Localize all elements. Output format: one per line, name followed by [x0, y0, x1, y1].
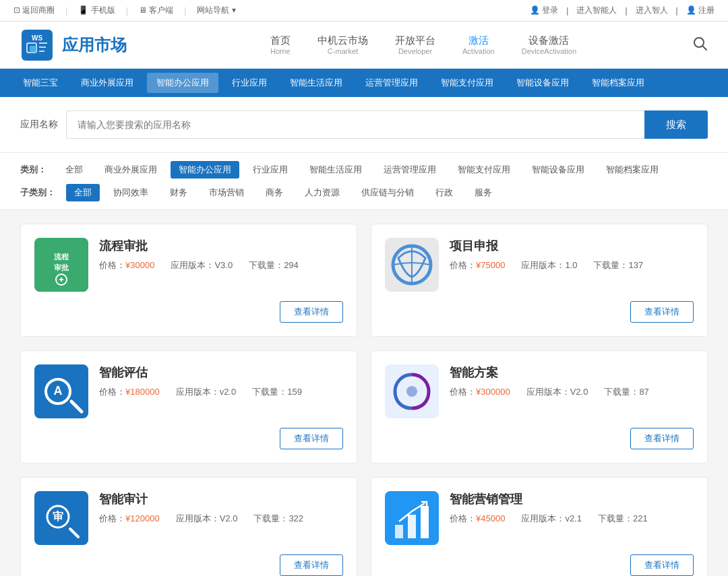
- detail-button-4[interactable]: 查看详情: [280, 554, 343, 576]
- app-price-label-0: 价格：¥30000: [99, 259, 154, 271]
- search-icon-btn[interactable]: [693, 36, 708, 53]
- search-label: 应用名称: [20, 119, 58, 131]
- app-version-0: 应用版本：V3.0: [171, 259, 233, 271]
- nav-device-activation[interactable]: 设备激活 DeviceActivation: [522, 34, 576, 55]
- cat-nav-item-1[interactable]: 商业外展应用: [71, 73, 143, 93]
- search-button[interactable]: 搜索: [644, 110, 708, 139]
- nav-cmarket[interactable]: 中机云市场 C-market: [317, 34, 368, 55]
- cat-filter-7[interactable]: 智能设备应用: [524, 161, 593, 179]
- cat-nav-item-0[interactable]: 智能三宝: [13, 73, 67, 93]
- app-icon-0: 流程 审批: [34, 238, 88, 292]
- logo-icon: WS: [20, 28, 54, 62]
- cat-nav-item-8[interactable]: 智能档案应用: [582, 73, 654, 93]
- cat-filter-4[interactable]: 智能生活应用: [301, 161, 370, 179]
- filter-area: 类别： 全部 商业外展应用 智能办公应用 行业应用 智能生活应用 运营管理应用 …: [0, 153, 728, 210]
- back-home-link[interactable]: ⊡ 返回商圈: [13, 5, 55, 16]
- sub-filter-6[interactable]: 供应链与分销: [353, 184, 422, 201]
- cat-nav-item-5[interactable]: 运营管理应用: [356, 73, 427, 93]
- app-price-label-1: 价格：¥75000: [450, 259, 505, 271]
- app-info-0: 流程审批 价格：¥30000 应用版本：V3.0 下载量：294: [99, 238, 343, 271]
- svg-rect-3: [30, 46, 36, 53]
- login-link[interactable]: 👤 登录: [530, 5, 558, 16]
- cat-nav-item-3[interactable]: 行业应用: [222, 73, 276, 93]
- cat-filter-8[interactable]: 智能档案应用: [598, 161, 667, 179]
- cat-filter-0[interactable]: 全部: [57, 161, 91, 179]
- app-info-3: 智能方案 价格：¥300000 应用版本：V2.0 下载量：87: [450, 364, 694, 398]
- app-icon-4: 审: [34, 491, 88, 545]
- detail-button-0[interactable]: 查看详情: [280, 301, 343, 323]
- svg-point-22: [406, 386, 417, 397]
- app-version-3: 应用版本：V2.0: [526, 386, 588, 398]
- app-price-label-3: 价格：¥300000: [450, 386, 510, 398]
- enter-ai-person-link[interactable]: 进入智能人: [576, 5, 617, 16]
- search-input[interactable]: [66, 110, 644, 139]
- sub-filter-label: 子类别：: [20, 187, 55, 199]
- sub-filter-2[interactable]: 财务: [162, 184, 195, 201]
- cat-filter-5[interactable]: 运营管理应用: [375, 161, 444, 179]
- mobile-icon: 📱: [78, 5, 88, 15]
- app-downloads-3: 下载量：87: [604, 386, 648, 398]
- app-icon-5: [385, 491, 439, 545]
- app-name-4: 智能审计: [99, 491, 343, 507]
- app-card-top-1: 项目申报 价格：¥75000 应用版本：1.0 下载量：137: [385, 238, 694, 292]
- site-nav-link[interactable]: 网站导航 ▾: [197, 5, 235, 16]
- app-card-1: 项目申报 价格：¥75000 应用版本：1.0 下载量：137 查看详情: [371, 224, 708, 337]
- sub-filter-4[interactable]: 商务: [257, 184, 291, 201]
- app-name-2: 智能评估: [99, 364, 343, 381]
- cat-filter-2[interactable]: 智能办公应用: [171, 161, 239, 179]
- app-meta-4: 价格：¥120000 应用版本：V2.0 下载量：322: [99, 513, 343, 525]
- sub-filter-1[interactable]: 协同效率: [105, 184, 156, 201]
- sub-filter-8[interactable]: 服务: [466, 184, 500, 201]
- register-link[interactable]: 👤 注册: [686, 5, 715, 16]
- app-version-4: 应用版本：V2.0: [176, 513, 238, 525]
- cat-nav-item-6[interactable]: 智能支付应用: [431, 73, 503, 93]
- app-meta-0: 价格：¥30000 应用版本：V3.0 下载量：294: [99, 259, 343, 271]
- svg-rect-27: [395, 525, 403, 538]
- mobile-link[interactable]: 📱 手机版: [78, 5, 115, 16]
- nav-menu: 首页 Home 中机云市场 C-market 开放平台 Developer 激活…: [167, 34, 679, 55]
- app-card-5: 智能营销管理 价格：¥45000 应用版本：v2.1 下载量：221 查看详情: [371, 477, 708, 576]
- app-price-label-4: 价格：¥120000: [99, 513, 160, 525]
- cat-filter-3[interactable]: 行业应用: [245, 161, 296, 179]
- app-name-0: 流程审批: [99, 238, 343, 254]
- app-card-0: 流程 审批 流程审批 价格：¥30000 应用版本：V3.0 下载量：294 查…: [20, 224, 357, 337]
- app-card-4: 审 智能审计 价格：¥120000 应用版本：V2.0 下载量：322 查看详情: [20, 477, 357, 576]
- sub-filter-7[interactable]: 行政: [427, 184, 461, 201]
- client-link[interactable]: 🖥 客户端: [139, 5, 173, 16]
- cat-nav-item-2[interactable]: 智能办公应用: [147, 73, 218, 93]
- top-bar: ⊡ 返回商圈 | 📱 手机版 | 🖥 客户端 | 网站导航 ▾ 👤 登录 | 进…: [0, 0, 728, 22]
- detail-button-5[interactable]: 查看详情: [630, 554, 694, 576]
- cat-nav-item-4[interactable]: 智能生活应用: [280, 73, 352, 93]
- app-card-2: A 智能评估 价格：¥180000 应用版本：v2.0 下载量：159 查看详情: [20, 350, 357, 463]
- user-icon: 👤: [530, 5, 540, 15]
- enter-zhiren-link[interactable]: 进入智人: [636, 5, 668, 16]
- app-version-1: 应用版本：1.0: [521, 259, 577, 271]
- nav-home[interactable]: 首页 Home: [270, 34, 291, 55]
- cat-filter-6[interactable]: 智能支付应用: [450, 161, 518, 179]
- nav-activation[interactable]: 激活 Activation: [462, 34, 495, 55]
- detail-button-1[interactable]: 查看详情: [630, 301, 694, 323]
- app-info-1: 项目申报 价格：¥75000 应用版本：1.0 下载量：137: [450, 238, 694, 271]
- app-card-bottom-4: 查看详情: [34, 554, 343, 576]
- app-card-top-5: 智能营销管理 价格：¥45000 应用版本：v2.1 下载量：221: [385, 491, 694, 545]
- app-price-4: ¥120000: [125, 513, 160, 523]
- app-card-bottom-5: 查看详情: [385, 554, 694, 576]
- nav-developer[interactable]: 开放平台 Developer: [395, 34, 435, 55]
- sub-filter-5[interactable]: 人力资源: [297, 184, 348, 201]
- app-price-1: ¥75000: [476, 260, 505, 270]
- detail-button-2[interactable]: 查看详情: [280, 428, 343, 449]
- svg-text:审批: 审批: [54, 263, 69, 271]
- app-version-2: 应用版本：v2.0: [176, 386, 237, 398]
- app-meta-1: 价格：¥75000 应用版本：1.0 下载量：137: [450, 259, 694, 271]
- svg-text:A: A: [54, 384, 63, 397]
- logo-text: 应用市场: [62, 34, 127, 56]
- app-price-0: ¥30000: [125, 260, 154, 270]
- detail-button-3[interactable]: 查看详情: [630, 428, 694, 449]
- cat-filter-1[interactable]: 商业外展应用: [96, 161, 165, 179]
- sub-filter-3[interactable]: 市场营销: [201, 184, 252, 201]
- logo-area: WS 应用市场: [20, 28, 127, 62]
- sub-filter-0[interactable]: 全部: [66, 184, 100, 201]
- category-nav: 智能三宝 商业外展应用 智能办公应用 行业应用 智能生活应用 运营管理应用 智能…: [0, 69, 728, 97]
- cat-nav-item-7[interactable]: 智能设备应用: [507, 73, 578, 93]
- header: WS 应用市场 首页 Home 中机云市场 C-market 开放平台 Deve…: [0, 22, 728, 69]
